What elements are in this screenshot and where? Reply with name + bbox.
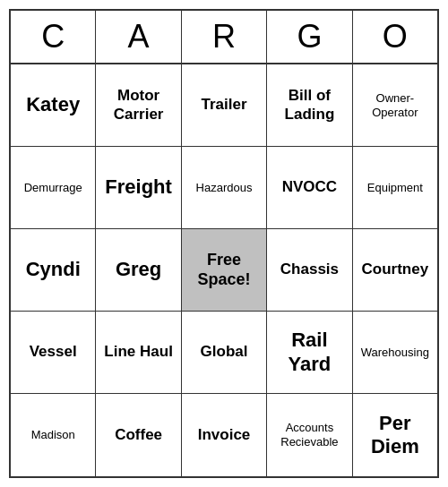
grid-cell-1-4: Equipment [353,147,437,229]
header-letter-c: C [11,11,96,64]
header-letter-a: A [96,11,181,64]
grid-row-0: KateyMotor CarrierTrailerBill of LadingO… [11,64,437,147]
header-letter-r: R [182,11,267,64]
grid-cell-1-0: Demurrage [11,147,96,229]
grid-cell-3-1: Line Haul [96,312,181,394]
grid-cell-2-0: Cyndi [11,229,96,312]
grid-cell-4-3: Accounts Recievable [267,394,352,476]
grid-cell-2-1: Greg [96,229,181,312]
grid-cell-4-1: Coffee [96,394,181,476]
grid-row-2: CyndiGregFree Space!ChassisCourtney [11,229,437,312]
grid-cell-0-2: Trailer [182,64,267,147]
grid-row-4: MadisonCoffeeInvoiceAccounts RecievableP… [11,394,437,476]
grid-cell-1-1: Freight [96,147,181,229]
grid-cell-4-0: Madison [11,394,96,476]
grid-cell-2-3: Chassis [267,229,352,312]
grid-cell-1-2: Hazardous [182,147,267,229]
header-letter-o: O [353,11,437,64]
grid-cell-3-4: Warehousing [353,312,437,394]
header-letter-g: G [267,11,352,64]
grid: KateyMotor CarrierTrailerBill of LadingO… [11,64,437,476]
grid-cell-1-3: NVOCC [267,147,352,229]
grid-cell-3-2: Global [182,312,267,394]
grid-cell-3-3: Rail Yard [267,312,352,394]
grid-cell-4-2: Invoice [182,394,267,476]
grid-cell-0-3: Bill of Lading [267,64,352,147]
header-row: CARGO [11,11,437,64]
grid-cell-4-4: Per Diem [353,394,437,476]
grid-row-3: VesselLine HaulGlobalRail YardWarehousin… [11,312,437,394]
grid-cell-0-0: Katey [11,64,96,147]
grid-cell-0-1: Motor Carrier [96,64,181,147]
grid-cell-0-4: Owner-Operator [353,64,437,147]
grid-cell-3-0: Vessel [11,312,96,394]
grid-row-1: DemurrageFreightHazardousNVOCCEquipment [11,147,437,229]
bingo-card: CARGO KateyMotor CarrierTrailerBill of L… [9,9,439,478]
grid-cell-2-4: Courtney [353,229,437,312]
grid-cell-2-2: Free Space! [182,229,267,312]
